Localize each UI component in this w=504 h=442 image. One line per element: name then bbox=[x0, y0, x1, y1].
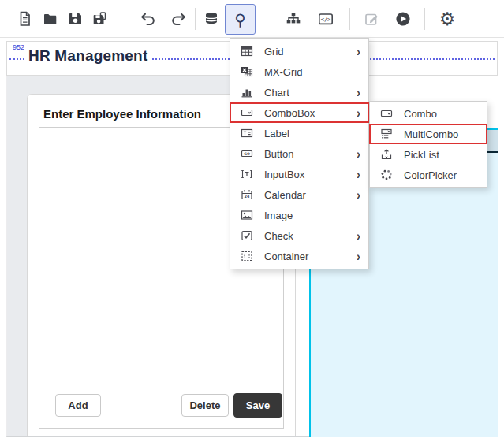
widget-tools-button[interactable]: ⚲ bbox=[225, 4, 256, 35]
canvas-right-border bbox=[498, 38, 498, 436]
combobox-submenu: Combo MultiCombo PickList ColorPicker bbox=[369, 101, 487, 188]
submenu-item-multicombo[interactable]: MultiCombo bbox=[370, 124, 487, 144]
calendar-icon: 24 bbox=[240, 188, 254, 201]
picklist-icon bbox=[379, 148, 394, 161]
button-icon: GO bbox=[240, 147, 254, 160]
menu-item-check[interactable]: Check bbox=[230, 225, 368, 246]
submenu-chevron-icon bbox=[357, 188, 360, 202]
new-document-icon[interactable] bbox=[16, 10, 33, 28]
element-id-badge: 952 bbox=[12, 43, 25, 51]
inputbox-icon bbox=[240, 168, 254, 180]
submenu-chevron-icon bbox=[357, 44, 360, 58]
menu-item-label: Grid bbox=[264, 46, 284, 58]
menu-item-label: MultiCombo bbox=[404, 128, 458, 140]
submenu-chevron-icon bbox=[357, 167, 360, 181]
menu-item-image[interactable]: Image bbox=[230, 205, 368, 225]
menu-item-label: Label bbox=[264, 128, 289, 139]
svg-text:24: 24 bbox=[245, 194, 250, 199]
save-icon[interactable] bbox=[66, 10, 84, 28]
save-button[interactable]: Save bbox=[233, 393, 282, 418]
mx-grid-icon bbox=[240, 65, 254, 78]
submenu-chevron-icon bbox=[357, 85, 360, 99]
hammer-wrench-icon: ⚲ bbox=[234, 12, 246, 28]
svg-text:GO: GO bbox=[244, 152, 250, 156]
menu-item-calendar[interactable]: 24 Calendar bbox=[230, 184, 368, 205]
menu-item-container[interactable]: Container bbox=[230, 246, 368, 266]
redo-icon[interactable] bbox=[170, 10, 187, 28]
chart-icon bbox=[240, 86, 254, 98]
run-icon[interactable] bbox=[394, 10, 412, 28]
toolbar-separator bbox=[129, 8, 129, 30]
data-source-icon[interactable] bbox=[203, 10, 220, 28]
menu-item-combobox[interactable]: ComboBox bbox=[230, 102, 368, 123]
undo-icon[interactable] bbox=[140, 10, 157, 28]
menu-item-label: Calendar bbox=[264, 189, 306, 201]
menu-item-label: ComboBox bbox=[264, 107, 315, 119]
submenu-item-colorpicker[interactable]: ColorPicker bbox=[370, 165, 487, 185]
toolbar: ⚲ </> ⚙ bbox=[0, 0, 504, 38]
menu-item-label: Combo bbox=[404, 108, 437, 120]
menu-item-label-widget[interactable]: Label bbox=[230, 123, 368, 143]
add-button[interactable]: Add bbox=[55, 394, 101, 417]
menu-item-label: PickList bbox=[404, 149, 439, 161]
menu-item-label: Container bbox=[264, 251, 308, 262]
page-title[interactable]: HR Management bbox=[25, 47, 151, 65]
edit-icon bbox=[363, 10, 380, 28]
submenu-chevron-icon bbox=[357, 249, 360, 263]
combobox-icon bbox=[240, 106, 254, 119]
source-code-icon[interactable]: </> bbox=[317, 10, 334, 28]
open-folder-icon[interactable] bbox=[42, 10, 59, 28]
settings-gear-icon[interactable]: ⚙ bbox=[439, 10, 456, 28]
container-icon bbox=[240, 250, 254, 262]
submenu-item-picklist[interactable]: PickList bbox=[370, 144, 487, 165]
colorpicker-icon bbox=[379, 169, 394, 181]
multicombo-icon bbox=[379, 128, 394, 140]
submenu-chevron-icon bbox=[357, 147, 360, 161]
toolbar-separator bbox=[349, 8, 350, 30]
menu-item-grid[interactable]: Grid bbox=[230, 41, 368, 61]
menu-item-mx-grid[interactable]: MX-Grid bbox=[230, 61, 368, 82]
widget-menu: Grid MX-Grid Chart ComboBox Label GO But… bbox=[230, 38, 369, 269]
delete-button[interactable]: Delete bbox=[181, 394, 229, 417]
submenu-item-combo[interactable]: Combo bbox=[370, 103, 487, 124]
menu-item-button[interactable]: GO Button bbox=[230, 143, 368, 164]
toolbar-separator bbox=[472, 8, 472, 30]
image-icon bbox=[240, 209, 254, 221]
save-all-icon[interactable] bbox=[91, 10, 108, 28]
grid-icon bbox=[240, 45, 254, 58]
form-panel-title: Enter Employee Information bbox=[43, 107, 201, 121]
menu-item-label: MX-Grid bbox=[264, 66, 302, 78]
toolbar-separator bbox=[195, 8, 196, 30]
toolbar-separator bbox=[424, 8, 425, 30]
menu-item-inputbox[interactable]: InputBox bbox=[230, 164, 368, 184]
menu-item-label: Chart bbox=[264, 87, 289, 98]
label-icon bbox=[240, 127, 254, 139]
menu-item-label: Image bbox=[264, 210, 293, 221]
check-icon bbox=[240, 229, 254, 242]
menu-item-label: Button bbox=[264, 148, 294, 160]
menu-item-chart[interactable]: Chart bbox=[230, 82, 368, 102]
submenu-chevron-icon bbox=[357, 106, 360, 120]
submenu-chevron-icon bbox=[357, 228, 360, 243]
menu-item-label: InputBox bbox=[264, 169, 304, 180]
menu-item-label: Check bbox=[264, 230, 293, 242]
sitemap-icon[interactable] bbox=[285, 10, 302, 28]
svg-text:</>: </> bbox=[321, 17, 331, 23]
combo-icon bbox=[379, 107, 394, 120]
menu-item-label: ColorPicker bbox=[404, 169, 457, 181]
